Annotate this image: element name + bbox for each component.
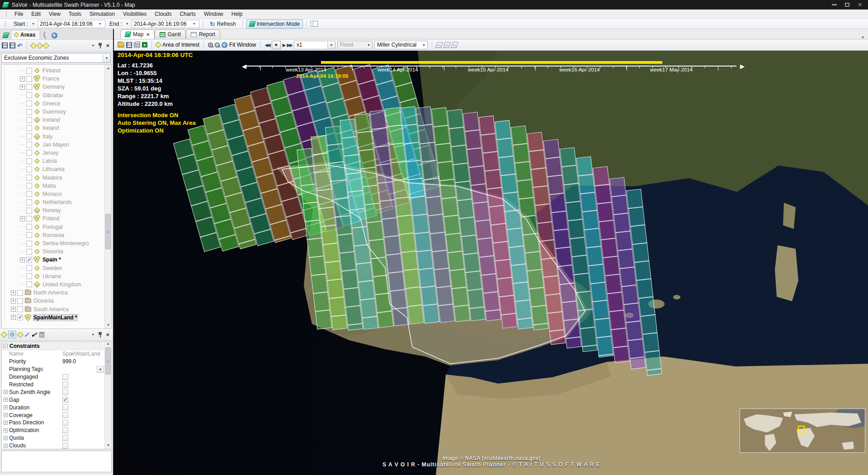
tree-item-label[interactable]: Poland: [42, 215, 59, 222]
tree-item-oceania[interactable]: +Oceania: [2, 297, 104, 305]
start-mode-dropdown[interactable]: ▼: [30, 22, 36, 25]
select-area-icon[interactable]: [17, 331, 24, 337]
tree-item-iceland[interactable]: Iceland: [2, 116, 104, 124]
tree-checkbox[interactable]: [26, 224, 32, 230]
toolbar-options-icon[interactable]: ▼: [91, 44, 94, 47]
tree-item-label[interactable]: South America: [33, 306, 69, 313]
tree-item-monaco[interactable]: Monaco: [2, 190, 104, 198]
tree-item-norway[interactable]: Norway: [2, 206, 104, 214]
tree-item-guernsey[interactable]: Guernsey: [2, 108, 104, 116]
tree-checkbox[interactable]: [17, 290, 23, 296]
tree-item-label[interactable]: Finland: [42, 67, 60, 74]
end-mode-dropdown[interactable]: ▼: [124, 22, 130, 25]
fit-window-button[interactable]: Fit Window: [229, 42, 256, 48]
close-button[interactable]: ✕: [858, 2, 863, 8]
tree-item-malta[interactable]: Malta: [2, 182, 104, 190]
speed-combo[interactable]: x1 ▼: [294, 41, 335, 49]
tree-scrollbar[interactable]: ▲ ▼: [104, 65, 111, 328]
tree-item-latvia[interactable]: Latvia: [2, 157, 104, 165]
tree-checkbox[interactable]: [26, 200, 32, 205]
tree-item-jersey[interactable]: Jersey: [2, 149, 104, 157]
area-of-interest-button[interactable]: Area of Interest: [162, 42, 199, 48]
tree-item-lithuania[interactable]: Lithuania: [2, 165, 104, 173]
tree-item-portugal[interactable]: Portugal: [2, 223, 104, 231]
save-as-icon[interactable]: [9, 43, 15, 48]
constraint-row-gap[interactable]: +Gap✓: [2, 396, 104, 404]
tree-checkbox[interactable]: ✓: [26, 257, 32, 263]
constraint-checkbox[interactable]: [62, 443, 68, 449]
tree-checkbox[interactable]: [26, 183, 32, 189]
constraint-row-coverage[interactable]: +Coverage: [2, 411, 104, 419]
projection-combo[interactable]: Miller Cylindrical ▼: [374, 41, 428, 49]
tree-item-label[interactable]: Norway: [42, 207, 61, 214]
close-panel-icon[interactable]: ×: [106, 43, 109, 48]
tree-item-label[interactable]: Latvia: [42, 158, 57, 164]
menu-edit[interactable]: Edit: [27, 10, 45, 19]
end-date-field[interactable]: 2014-Apr-30 16:19:06 ▼: [132, 20, 199, 28]
tree-item-slovenia[interactable]: Slovenia: [2, 247, 104, 256]
expand-icon[interactable]: +: [4, 436, 8, 440]
import-area-icon[interactable]: [37, 42, 43, 48]
tree-item-label[interactable]: Guernsey: [42, 109, 66, 115]
constraint-checkbox[interactable]: [62, 404, 68, 410]
tree-item-romania[interactable]: Romania: [2, 231, 104, 239]
constraint-checkbox[interactable]: [62, 374, 68, 380]
tab-list-dropdown-icon[interactable]: ▼: [861, 36, 864, 39]
constraint-row-name[interactable]: NameSpainMainLand: [2, 350, 104, 358]
tab-map[interactable]: Map ×: [120, 29, 155, 39]
tree-checkbox[interactable]: [17, 298, 23, 304]
tree-item-netherlands[interactable]: Netherlands: [2, 198, 104, 206]
tree-checkbox[interactable]: [17, 306, 23, 312]
tree-item-sweden[interactable]: Sweden: [2, 264, 104, 272]
constraint-row-clouds[interactable]: +Clouds: [2, 442, 104, 449]
tree-item-south-america[interactable]: +South America: [2, 305, 104, 313]
end-date-dropdown-icon[interactable]: ▼: [191, 22, 197, 25]
expand-icon[interactable]: +: [4, 398, 8, 402]
tree-checkbox[interactable]: ✓: [17, 314, 23, 320]
tree-checkbox[interactable]: [26, 249, 32, 255]
tree-scroll-thumb[interactable]: [105, 214, 111, 249]
constraint-row-quota[interactable]: +Quota: [2, 434, 104, 442]
tree-item-label[interactable]: Spain *: [42, 256, 61, 263]
tree-checkbox[interactable]: [26, 241, 32, 247]
constraints-scrollbar[interactable]: ▲ ▼: [104, 342, 111, 449]
tab-report[interactable]: Report: [186, 29, 220, 39]
tree-checkbox[interactable]: [26, 158, 32, 164]
constraint-row-priority[interactable]: Priority999.0: [2, 358, 104, 366]
area-icon[interactable]: [1, 331, 7, 337]
constraint-row-restricted[interactable]: Restricted: [2, 381, 104, 389]
swath-tool-1-icon[interactable]: [435, 42, 443, 48]
expand-icon[interactable]: +: [11, 299, 16, 304]
expand-icon[interactable]: +: [4, 413, 8, 417]
constraint-row-pass-direction[interactable]: +Pass Direction: [2, 419, 104, 427]
menu-window[interactable]: Window: [200, 10, 227, 19]
area-options-icon[interactable]: [43, 42, 49, 48]
constraint-row-optimization[interactable]: +Optimization: [2, 427, 104, 434]
globe-icon[interactable]: [50, 31, 58, 39]
expand-icon[interactable]: +: [4, 444, 8, 448]
tree-item-france[interactable]: +France: [2, 75, 104, 83]
constraint-checkbox[interactable]: [62, 435, 68, 441]
close-panel-icon[interactable]: ×: [106, 332, 109, 337]
constraint-checkbox[interactable]: [62, 428, 68, 433]
tree-item-label[interactable]: Gibraltar: [42, 92, 63, 99]
expand-icon[interactable]: +: [11, 315, 16, 320]
expand-icon[interactable]: +: [20, 257, 25, 262]
tree-item-label[interactable]: United Kingdom: [42, 281, 81, 288]
tree-item-italy[interactable]: Italy: [2, 133, 104, 141]
tree-checkbox[interactable]: [26, 208, 32, 214]
tree-item-label[interactable]: Romania: [42, 232, 64, 238]
tree-item-label[interactable]: Jersey: [42, 150, 58, 156]
expand-icon[interactable]: +: [4, 405, 8, 409]
undo-icon[interactable]: ↶: [17, 43, 23, 48]
tree-item-label[interactable]: Malta: [42, 183, 56, 189]
timeline-right-arrow-icon[interactable]: ▶: [740, 63, 745, 70]
tree-checkbox[interactable]: [26, 133, 32, 139]
tree-checkbox[interactable]: [26, 281, 32, 287]
pin-icon[interactable]: [98, 43, 102, 48]
export-excel-icon[interactable]: x: [142, 42, 147, 48]
tree-item-label[interactable]: Italy: [42, 133, 52, 140]
toolbar-options-icon[interactable]: ▼: [91, 333, 94, 336]
tree-item-label[interactable]: SpainMainLand *: [33, 314, 77, 321]
menu-help[interactable]: Help: [227, 10, 247, 19]
